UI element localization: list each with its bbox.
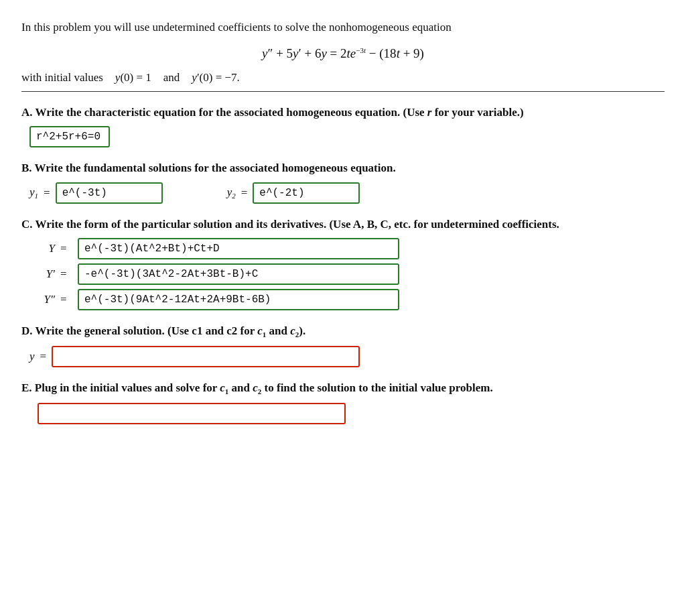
yprime0-value: y′(0) = −7. bbox=[192, 71, 240, 84]
section-a-label: A. Write the characteristic equation for… bbox=[21, 104, 665, 121]
Yprime-row: Y′ = bbox=[29, 263, 665, 285]
general-solution-row: y = bbox=[29, 346, 665, 367]
section-c-text: Write the form of the particular solutio… bbox=[35, 218, 559, 231]
Y-eq: = bbox=[60, 242, 72, 255]
ivp-solution-input[interactable] bbox=[38, 403, 346, 424]
char-eq-input[interactable]: r^2+5r+6=0 bbox=[29, 126, 110, 147]
section-divider bbox=[21, 91, 665, 92]
Y-row: Y = bbox=[29, 238, 665, 259]
initial-values-row: with initial values y(0) = 1 and y′(0) =… bbox=[21, 71, 665, 84]
Ydoubleprime-eq: = bbox=[60, 293, 72, 306]
y-general-label: y bbox=[29, 350, 35, 363]
section-b: B. Write the fundamental solutions for t… bbox=[21, 160, 665, 204]
section-c-label: C. Write the form of the particular solu… bbox=[21, 216, 665, 233]
y1-eq-sign: = bbox=[44, 186, 50, 200]
main-equation: y″ + 5y′ + 6y = 2te−3t − (18t + 9) bbox=[21, 43, 665, 64]
main-equation-text: y″ + 5y′ + 6y = 2te−3t − (18t + 9) bbox=[262, 46, 424, 60]
y1-label: y1 bbox=[29, 186, 38, 200]
fundamental-solutions-row: y1 = y2 = bbox=[29, 182, 665, 204]
y-general-eq: = bbox=[40, 350, 47, 363]
section-c: C. Write the form of the particular solu… bbox=[21, 216, 665, 311]
Y-label: Y bbox=[29, 242, 55, 255]
Yprime-input[interactable] bbox=[78, 263, 399, 285]
Yprime-eq: = bbox=[60, 267, 72, 281]
section-e: E. Plug in the initial values and solve … bbox=[21, 379, 665, 424]
page: In this problem you will use undetermine… bbox=[0, 0, 686, 616]
y2-label: y2 bbox=[227, 186, 236, 200]
section-d-label: D. Write the general solution. (Use c1 a… bbox=[21, 322, 665, 341]
initial-values-label: with initial values bbox=[21, 71, 103, 84]
Ydoubleprime-input[interactable] bbox=[78, 289, 399, 310]
Yprime-label: Y′ bbox=[29, 267, 55, 281]
section-e-label: E. Plug in the initial values and solve … bbox=[21, 379, 665, 397]
Ydoubleprime-label: Y″ bbox=[29, 293, 55, 306]
section-a: A. Write the characteristic equation for… bbox=[21, 104, 665, 148]
char-eq-input-row: r^2+5r+6=0 bbox=[29, 126, 665, 147]
and-text: and bbox=[163, 71, 180, 84]
section-e-text: Plug in the initial values and solve for… bbox=[35, 381, 493, 394]
y-general-input[interactable] bbox=[52, 346, 360, 367]
y2-input[interactable] bbox=[253, 182, 360, 204]
Y-input[interactable] bbox=[78, 238, 399, 259]
section-b-text: Write the fundamental solutions for the … bbox=[35, 162, 396, 174]
section-a-text: Write the characteristic equation for th… bbox=[35, 106, 523, 119]
y0-value: y(0) = 1 bbox=[115, 71, 151, 84]
Ydoubleprime-row: Y″ = bbox=[29, 289, 665, 310]
particular-solution-table: Y = Y′ = Y″ = bbox=[29, 238, 665, 310]
section-d: D. Write the general solution. (Use c1 a… bbox=[21, 322, 665, 367]
intro-line1: In this problem you will use undetermine… bbox=[21, 21, 452, 34]
ivp-solution-row bbox=[29, 403, 665, 424]
section-d-text: Write the general solution. (Use c1 and … bbox=[35, 324, 305, 337]
y1-input[interactable] bbox=[56, 182, 163, 204]
section-b-label: B. Write the fundamental solutions for t… bbox=[21, 160, 665, 177]
y2-eq-sign: = bbox=[241, 186, 248, 200]
intro-paragraph: In this problem you will use undetermine… bbox=[21, 19, 665, 36]
